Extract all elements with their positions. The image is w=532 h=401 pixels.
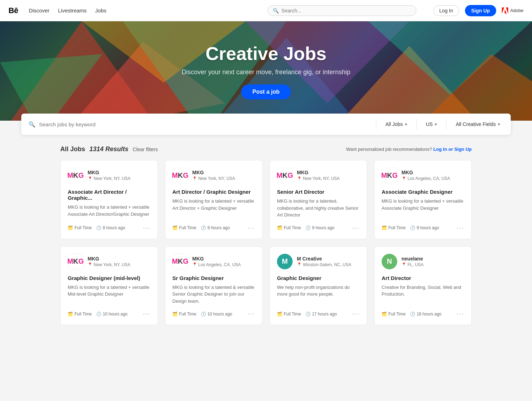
personalized-text: Want personalized job recommendations? xyxy=(346,147,432,152)
card-footer: 🗂️ Full Time 🕐 9 hours ago ··· xyxy=(277,224,360,232)
company-info: MKG 📍 New York, NY, USA xyxy=(88,170,131,181)
search-icon: 🔍 xyxy=(273,8,279,13)
job-type-label: Full Time xyxy=(179,225,196,230)
card-footer: 🗂️ Full Time 🕐 10 hours ago ··· xyxy=(172,310,255,318)
post-job-button[interactable]: Post a job xyxy=(241,84,291,99)
adobe-label: Adobe xyxy=(510,8,523,13)
all-jobs-filter[interactable]: All Jobs ▾ xyxy=(382,121,411,127)
hero-content: Creative Jobs Discover your next career … xyxy=(182,43,350,99)
job-time-badge: 🕐 10 hours ago xyxy=(201,312,232,317)
location-icon: 📍 xyxy=(401,176,406,181)
company-location: 📍 New York, NY, USA xyxy=(88,262,131,267)
navbar-search-bar: 🔍 xyxy=(267,5,416,16)
company-logo: MKG xyxy=(277,167,293,183)
chevron-down-icon: ▾ xyxy=(435,122,437,127)
divider-2 xyxy=(416,119,417,130)
chevron-down-icon: ▾ xyxy=(405,122,407,127)
more-options-button[interactable]: ··· xyxy=(143,224,150,232)
job-title: Graphic Designer xyxy=(277,275,360,281)
clock-icon: 🕐 xyxy=(96,312,101,317)
job-description: MKG is looking for a talented + versatil… xyxy=(68,204,150,219)
clock-icon: 🕐 xyxy=(305,225,311,230)
job-card[interactable]: MKG MKG 📍 Los Angeles, CA, USA Sr Graphi… xyxy=(165,246,262,325)
job-card[interactable]: MKG MKG 📍 New York, NY, USA Associate Ar… xyxy=(60,160,158,239)
company-info: MKG 📍 Los Angeles, CA, USA xyxy=(401,170,450,181)
company-logo: MKG xyxy=(172,167,188,183)
creative-fields-filter[interactable]: All Creative Fields ▾ xyxy=(452,121,504,127)
more-options-button[interactable]: ··· xyxy=(143,310,150,318)
job-description: We help non-profit organizations do more… xyxy=(277,284,360,305)
company-location: 📍 Los Angeles, CA, USA xyxy=(192,262,241,267)
job-card[interactable]: MKG MKG 📍 Los Angeles, CA, USA Associate… xyxy=(374,160,472,239)
search-input[interactable] xyxy=(282,8,411,13)
card-footer: 🗂️ Full Time 🕐 10 hours ago ··· xyxy=(68,310,150,318)
card-header: MKG MKG 📍 New York, NY, USA xyxy=(68,254,150,269)
job-description: Creative for Branding, Social, Web and P… xyxy=(382,284,464,305)
job-card[interactable]: M M Creative 📍 Winston-Salem, NC, USA Gr… xyxy=(270,246,367,325)
more-options-button[interactable]: ··· xyxy=(248,310,255,318)
keyword-search-input[interactable] xyxy=(39,121,370,127)
more-options-button[interactable]: ··· xyxy=(457,224,464,232)
nav-livestreams[interactable]: Livestreams xyxy=(58,7,87,13)
job-card[interactable]: MKG MKG 📍 New York, NY, USA Senior Art D… xyxy=(270,160,367,239)
card-footer: 🗂️ Full Time 🕐 9 hours ago ··· xyxy=(382,224,464,232)
company-name: MKG xyxy=(401,170,450,175)
job-title: Sr Graphic Designer xyxy=(172,275,255,281)
job-time-label: 18 hours ago xyxy=(417,312,442,317)
briefcase-icon: 🗂️ xyxy=(382,312,387,317)
login-button[interactable]: Log In xyxy=(433,5,459,16)
job-time-badge: 🕐 9 hours ago xyxy=(410,225,439,230)
location-icon: 📍 xyxy=(297,176,302,181)
adobe-logo: Adobe xyxy=(502,7,523,14)
job-title: Senior Art Director xyxy=(277,189,360,195)
company-info: MKG 📍 New York, NY, USA xyxy=(192,170,235,181)
job-card[interactable]: N neuelane 📍 FL, USA Art Director Creati… xyxy=(374,246,472,325)
briefcase-icon: 🗂️ xyxy=(277,225,282,230)
job-type-badge: 🗂️ Full Time xyxy=(382,312,406,317)
card-footer: 🗂️ Full Time 🕐 9 hours ago ··· xyxy=(172,224,255,232)
nav-jobs[interactable]: Jobs xyxy=(95,7,106,13)
company-logo: M xyxy=(277,254,293,269)
job-card[interactable]: MKG MKG 📍 New York, NY, USA Art Director… xyxy=(165,160,262,239)
chevron-down-icon: ▾ xyxy=(498,122,500,127)
job-card[interactable]: MKG MKG 📍 New York, NY, USA Graphic Desi… xyxy=(60,246,158,325)
job-title: Art Director / Graphic Designer xyxy=(172,189,255,195)
company-location: 📍 New York, NY, USA xyxy=(88,176,131,181)
company-name: MKG xyxy=(297,170,340,175)
more-options-button[interactable]: ··· xyxy=(248,224,255,232)
keyword-search-container: 🔍 xyxy=(28,121,370,128)
company-name: MKG xyxy=(88,256,131,262)
company-logo: MKG xyxy=(68,254,83,269)
company-logo: MKG xyxy=(68,167,83,183)
card-header: MKG MKG 📍 Los Angeles, CA, USA xyxy=(172,254,255,269)
card-header: MKG MKG 📍 Los Angeles, CA, USA xyxy=(382,167,464,183)
card-footer: 🗂️ Full Time 🕐 8 hours ago ··· xyxy=(68,224,150,232)
divider-1 xyxy=(376,119,376,130)
hero-subtitle: Discover your next career move, freelanc… xyxy=(182,68,350,76)
signup-button[interactable]: Sign Up xyxy=(465,5,497,16)
login-signup-link[interactable]: Log In or Sign Up xyxy=(433,147,472,152)
country-filter[interactable]: US ▾ xyxy=(422,121,440,127)
clear-filters-button[interactable]: Clear filters xyxy=(133,147,158,152)
card-header: MKG MKG 📍 New York, NY, USA xyxy=(277,167,360,183)
main-content: All Jobs 1314 Results Clear filters Want… xyxy=(53,145,479,325)
more-options-button[interactable]: ··· xyxy=(352,224,360,232)
nav-discover[interactable]: Discover xyxy=(29,7,49,13)
job-description: MKG is looking for a talented + versatil… xyxy=(68,284,150,305)
more-options-button[interactable]: ··· xyxy=(457,310,464,318)
company-location: 📍 New York, NY, USA xyxy=(192,176,235,181)
company-info: MKG 📍 New York, NY, USA xyxy=(88,256,131,267)
behance-logo[interactable]: Bē Behance xyxy=(9,6,19,15)
results-title: All Jobs xyxy=(60,145,85,153)
job-type-label: Full Time xyxy=(74,312,92,317)
more-options-button[interactable]: ··· xyxy=(352,310,360,318)
job-type-label: Full Time xyxy=(284,225,301,230)
job-description: MKG is looking for a talented + versatil… xyxy=(382,198,464,219)
location-icon: 📍 xyxy=(401,262,406,267)
job-time-badge: 🕐 9 hours ago xyxy=(201,225,230,230)
card-header: N neuelane 📍 FL, USA xyxy=(382,254,464,269)
location-text: FL, USA xyxy=(408,262,423,267)
company-name: neuelane xyxy=(401,256,423,262)
location-icon: 📍 xyxy=(88,176,93,181)
job-type-badge: 🗂️ Full Time xyxy=(68,225,92,230)
